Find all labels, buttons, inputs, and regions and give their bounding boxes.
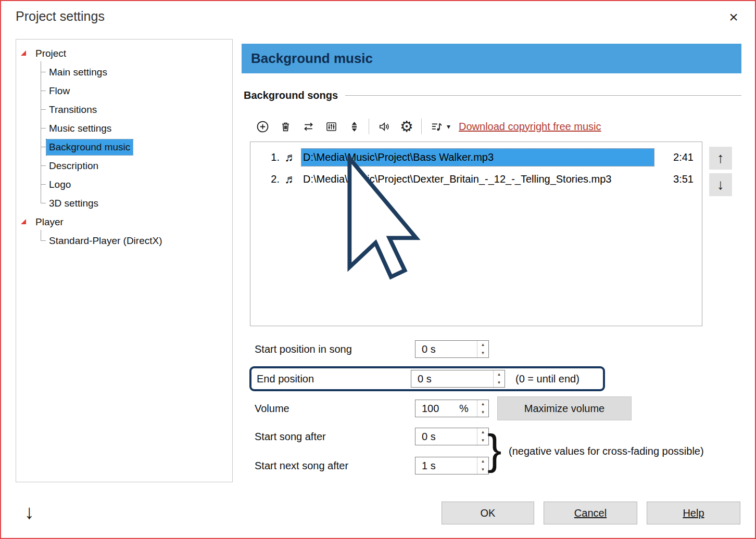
expand-vertical-icon bbox=[347, 120, 361, 134]
song-index: 1. bbox=[261, 151, 280, 163]
start-position-row: Start position in song 0 s ▲ ▼ bbox=[255, 340, 489, 358]
download-music-link[interactable]: Download copyright free music bbox=[459, 121, 601, 133]
start-song-after-row: Start song after 0 s ▲ ▼ bbox=[255, 428, 489, 445]
expand-marker-icon[interactable] bbox=[21, 219, 26, 224]
tree-item-main-settings[interactable]: Main settings bbox=[16, 62, 232, 81]
toolbar-separator bbox=[369, 119, 369, 134]
up-arrow-icon: ↑ bbox=[717, 150, 724, 166]
song-row-1[interactable]: 1. ♬ D:\Media\Music\Project\Bass Walker.… bbox=[250, 146, 702, 168]
move-song-up-button[interactable]: ↑ bbox=[709, 147, 732, 170]
songs-toolbar: ⚙ ▾ Download copyright free music bbox=[251, 115, 601, 138]
end-position-highlight: End position 0 s ▲ ▼ (0 = until end) bbox=[249, 366, 605, 391]
song-path: D:\Media\Music\Project\Bass Walker.mp3 bbox=[301, 149, 654, 166]
end-position-hint: (0 = until end) bbox=[515, 373, 579, 385]
music-note-icon: ♬ bbox=[280, 172, 301, 186]
song-settings-form: Start position in song 0 s ▲ ▼ End posit… bbox=[250, 338, 742, 489]
song-duration: 2:41 bbox=[654, 151, 702, 163]
curly-brace: } bbox=[487, 422, 501, 477]
spin-up-button[interactable]: ▲ bbox=[477, 400, 488, 408]
end-position-label: End position bbox=[251, 373, 411, 385]
tree-item-flow[interactable]: Flow bbox=[16, 81, 232, 100]
plus-circle-icon bbox=[256, 120, 270, 134]
spin-up-button[interactable]: ▲ bbox=[477, 341, 488, 349]
equalizer-button[interactable] bbox=[320, 116, 343, 137]
spin-up-button[interactable]: ▲ bbox=[477, 428, 488, 437]
volume-button[interactable] bbox=[372, 116, 395, 137]
add-song-button[interactable] bbox=[251, 116, 274, 137]
gear-icon: ⚙ bbox=[400, 119, 413, 134]
settings-tree: Project Main settings Flow Transitions M… bbox=[16, 39, 233, 482]
music-note-icon: ♬ bbox=[280, 150, 301, 164]
down-arrow-icon: ↓ bbox=[717, 176, 724, 193]
speaker-icon bbox=[377, 120, 391, 134]
toolbar-separator bbox=[421, 119, 422, 134]
delete-song-button[interactable] bbox=[274, 116, 297, 137]
spin-down-button[interactable]: ▼ bbox=[477, 466, 488, 474]
project-settings-dialog: Project settings × Project Main settings… bbox=[0, 0, 756, 539]
tree-item-transitions[interactable]: Transitions bbox=[16, 100, 232, 119]
volume-row: Volume 100 % ▲ ▼ Maximize volume bbox=[255, 396, 632, 420]
end-position-spinner[interactable]: 0 s ▲ ▼ bbox=[411, 370, 505, 388]
window-title: Project settings bbox=[16, 9, 105, 24]
cancel-button[interactable]: Cancel bbox=[544, 502, 637, 524]
playlist-icon bbox=[430, 120, 444, 134]
spin-down-button[interactable]: ▼ bbox=[494, 379, 505, 387]
start-position-label: Start position in song bbox=[255, 343, 415, 355]
section-title: Background songs bbox=[244, 89, 338, 101]
start-next-song-after-spinner[interactable]: 1 s ▲ ▼ bbox=[415, 457, 489, 474]
spin-up-button[interactable]: ▲ bbox=[477, 457, 488, 466]
song-list[interactable]: 1. ♬ D:\Media\Music\Project\Bass Walker.… bbox=[250, 142, 702, 326]
song-index: 2. bbox=[261, 173, 280, 185]
reorder-controls: ↑ ↓ bbox=[709, 147, 732, 200]
ok-button[interactable]: OK bbox=[442, 502, 534, 524]
trash-icon bbox=[279, 120, 293, 134]
close-icon: × bbox=[729, 8, 738, 25]
crossfade-hint: (negative values for cross-fading possib… bbox=[509, 445, 704, 457]
tree-item-music-settings[interactable]: Music settings bbox=[16, 119, 232, 137]
start-next-song-after-row: Start next song after 1 s ▲ ▼ bbox=[255, 457, 489, 474]
fit-duration-button[interactable] bbox=[343, 116, 366, 137]
caret-down-icon[interactable]: ▾ bbox=[447, 122, 450, 131]
background-songs-section: Background songs bbox=[244, 88, 741, 102]
song-duration: 3:51 bbox=[654, 173, 702, 185]
close-button[interactable]: × bbox=[722, 5, 746, 29]
move-song-down-button[interactable]: ↓ bbox=[709, 173, 732, 196]
tree-item-player[interactable]: Player bbox=[16, 212, 232, 231]
song-path: D:\Media\Music\Project\Dexter_Britain_-_… bbox=[301, 171, 654, 188]
page-title: Background music bbox=[242, 44, 741, 73]
expand-marker-icon[interactable] bbox=[21, 50, 26, 56]
tree-item-background-music[interactable]: Background music bbox=[16, 137, 232, 156]
start-next-song-after-label: Start next song after bbox=[255, 460, 415, 472]
playlist-button[interactable] bbox=[425, 116, 448, 137]
swap-songs-button[interactable] bbox=[297, 116, 320, 137]
spin-down-button[interactable]: ▼ bbox=[477, 408, 488, 417]
help-button[interactable]: Help bbox=[647, 502, 740, 524]
swap-arrows-icon bbox=[301, 120, 316, 134]
tree-item-project[interactable]: Project bbox=[16, 44, 232, 62]
start-position-spinner[interactable]: 0 s ▲ ▼ bbox=[415, 340, 489, 358]
volume-unit: % bbox=[459, 400, 477, 417]
title-bar: Project settings × bbox=[1, 1, 755, 33]
settings-button[interactable]: ⚙ bbox=[395, 116, 418, 137]
equalizer-icon bbox=[324, 120, 338, 134]
volume-label: Volume bbox=[255, 403, 415, 415]
section-divider bbox=[345, 95, 741, 96]
maximize-volume-button[interactable]: Maximize volume bbox=[497, 396, 632, 420]
start-song-after-label: Start song after bbox=[255, 431, 415, 443]
spin-down-button[interactable]: ▼ bbox=[477, 437, 488, 445]
down-arrow-icon: ↓ bbox=[24, 501, 34, 523]
tree-item-logo[interactable]: Logo bbox=[16, 175, 232, 194]
song-row-2[interactable]: 2. ♬ D:\Media\Music\Project\Dexter_Brita… bbox=[250, 168, 702, 190]
tree-item-standard-player[interactable]: Standard-Player (DirectX) bbox=[16, 231, 232, 250]
volume-spinner[interactable]: 100 % ▲ ▼ bbox=[415, 400, 489, 417]
start-song-after-spinner[interactable]: 0 s ▲ ▼ bbox=[415, 428, 489, 445]
footer-down-arrow-button[interactable]: ↓ bbox=[16, 498, 43, 525]
tree-item-description[interactable]: Description bbox=[16, 156, 232, 175]
spin-up-button[interactable]: ▲ bbox=[494, 370, 505, 379]
tree-item-3d-settings[interactable]: 3D settings bbox=[16, 194, 232, 212]
spin-down-button[interactable]: ▼ bbox=[477, 349, 488, 357]
